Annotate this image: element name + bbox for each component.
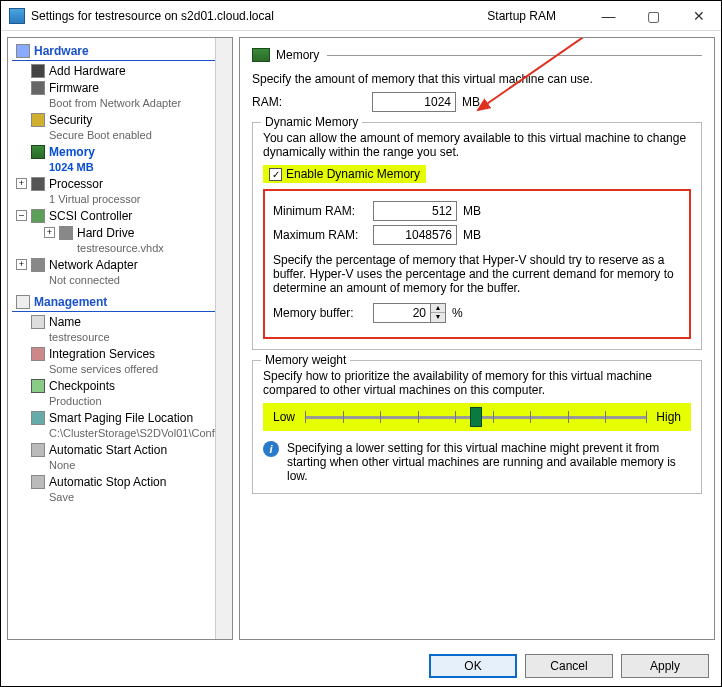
memory-weight-slider-wrap: Low High	[263, 403, 691, 431]
app-icon	[9, 8, 25, 24]
settings-window: Settings for testresource on s2d01.cloud…	[0, 0, 722, 687]
ram-unit: MB	[462, 95, 480, 109]
memory-pane: Memory Specify the amount of memory that…	[239, 37, 715, 640]
nav-smart-paging[interactable]: Smart Paging File LocationC:\ClusterStor…	[10, 410, 214, 442]
auto-stop-icon	[31, 475, 45, 489]
pane-header: Memory	[252, 48, 702, 62]
dynamic-memory-legend: Dynamic Memory	[261, 115, 362, 129]
nav-name[interactable]: Nametestresource	[10, 314, 214, 346]
titlebar: Settings for testresource on s2d01.cloud…	[1, 1, 721, 31]
nav-auto-start[interactable]: Automatic Start ActionNone	[10, 442, 214, 474]
minimize-button[interactable]: —	[586, 1, 631, 30]
memory-weight-group: Memory weight Specify how to prioritize …	[252, 360, 702, 494]
security-icon	[31, 113, 45, 127]
enable-dynamic-label: Enable Dynamic Memory	[286, 167, 420, 181]
checkpoints-icon	[31, 379, 45, 393]
ram-input[interactable]	[372, 92, 456, 112]
nav-integration[interactable]: Integration ServicesSome services offere…	[10, 346, 214, 378]
min-ram-label: Minimum RAM:	[273, 204, 373, 218]
close-button[interactable]: ✕	[676, 1, 721, 30]
slider-thumb[interactable]	[470, 407, 482, 427]
slider-high-label: High	[656, 410, 681, 424]
expand-network[interactable]: +	[16, 259, 27, 270]
settings-tree[interactable]: Hardware Add Hardware FirmwareBoot from …	[7, 37, 233, 640]
ok-button[interactable]: OK	[429, 654, 517, 678]
hardware-icon	[16, 44, 30, 58]
processor-icon	[31, 177, 45, 191]
nav-add-hardware[interactable]: Add Hardware	[10, 63, 214, 80]
weight-info-text: Specifying a lower setting for this virt…	[287, 441, 691, 483]
management-icon	[16, 295, 30, 309]
name-icon	[31, 315, 45, 329]
firmware-icon	[31, 81, 45, 95]
buffer-up[interactable]: ▲	[431, 304, 445, 313]
annotation-label: Startup RAM	[487, 9, 556, 23]
add-hardware-icon	[31, 64, 45, 78]
memory-weight-slider[interactable]	[305, 407, 646, 427]
cancel-button[interactable]: Cancel	[525, 654, 613, 678]
nav-processor[interactable]: + Processor1 Virtual processor	[10, 176, 214, 208]
max-ram-input[interactable]	[373, 225, 457, 245]
dynamic-memory-group: Dynamic Memory You can allow the amount …	[252, 122, 702, 350]
window-title: Settings for testresource on s2d01.cloud…	[31, 9, 274, 23]
memory-weight-legend: Memory weight	[261, 353, 350, 367]
apply-button[interactable]: Apply	[621, 654, 709, 678]
memory-intro: Specify the amount of memory that this v…	[252, 72, 702, 86]
expand-processor[interactable]: +	[16, 178, 27, 189]
ram-label: RAM:	[252, 95, 372, 109]
enable-dynamic-checkbox[interactable]: ✓	[269, 168, 282, 181]
min-ram-input[interactable]	[373, 201, 457, 221]
network-icon	[31, 258, 45, 272]
collapse-scsi[interactable]: –	[16, 210, 27, 221]
dynamic-memory-highlight: Minimum RAM: MB Maximum RAM: MB Specify …	[263, 189, 691, 339]
nav-memory[interactable]: Memory1024 MB	[10, 144, 214, 176]
dialog-buttons: OK Cancel Apply	[1, 646, 721, 686]
nav-network-adapter[interactable]: + Network AdapterNot connected	[10, 257, 214, 289]
hardware-header: Hardware	[12, 42, 216, 61]
enable-dynamic-memory[interactable]: ✓ Enable Dynamic Memory	[263, 165, 426, 183]
auto-start-icon	[31, 443, 45, 457]
nav-hard-drive[interactable]: + Hard Drivetestresource.vhdx	[10, 225, 214, 257]
dynamic-memory-desc: You can allow the amount of memory avail…	[263, 131, 691, 159]
maximize-button[interactable]: ▢	[631, 1, 676, 30]
pane-title: Memory	[276, 48, 319, 62]
buffer-input[interactable]	[374, 304, 430, 322]
buffer-spinner[interactable]: ▲▼	[373, 303, 446, 323]
scsi-icon	[31, 209, 45, 223]
nav-security[interactable]: SecuritySecure Boot enabled	[10, 112, 214, 144]
management-header: Management	[12, 293, 216, 312]
buffer-label: Memory buffer:	[273, 306, 373, 320]
integration-icon	[31, 347, 45, 361]
slider-low-label: Low	[273, 410, 295, 424]
expand-hard-drive[interactable]: +	[44, 227, 55, 238]
nav-checkpoints[interactable]: CheckpointsProduction	[10, 378, 214, 410]
hard-drive-icon	[59, 226, 73, 240]
buffer-desc: Specify the percentage of memory that Hy…	[273, 253, 681, 295]
info-icon: i	[263, 441, 279, 457]
memory-weight-desc: Specify how to prioritize the availabili…	[263, 369, 691, 397]
max-ram-label: Maximum RAM:	[273, 228, 373, 242]
smart-paging-icon	[31, 411, 45, 425]
nav-auto-stop[interactable]: Automatic Stop ActionSave	[10, 474, 214, 506]
nav-firmware[interactable]: FirmwareBoot from Network Adapter	[10, 80, 214, 112]
buffer-down[interactable]: ▼	[431, 313, 445, 322]
memory-header-icon	[252, 48, 270, 62]
nav-scsi[interactable]: – SCSI Controller	[10, 208, 214, 225]
memory-icon	[31, 145, 45, 159]
